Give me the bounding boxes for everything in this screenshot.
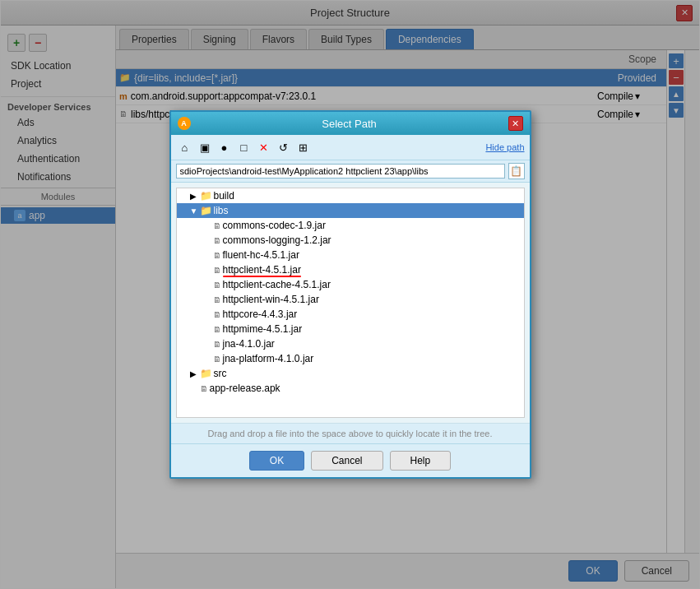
- expand-icon-build: ▶: [190, 192, 198, 201]
- toolbar-desktop-button[interactable]: ▣: [196, 138, 214, 156]
- dialog-hint: Drag and drop a file into the space abov…: [171, 423, 530, 443]
- apk-icon-app-release: 🗎: [200, 384, 208, 393]
- tree-item-httpclient[interactable]: 🗎 httpclient-4.5.1.jar: [177, 262, 524, 277]
- select-path-dialog: A Select Path ✕ ⌂ ▣ ● □ ✕ ↺ ⊞ Hide path …: [169, 110, 531, 479]
- folder-icon-build: 📁: [200, 190, 212, 202]
- jar-icon-commons-logging: 🗎: [213, 236, 221, 245]
- folder-icon-libs: 📁: [200, 205, 212, 216]
- dialog-file-tree: ▶ 📁 build ▼ 📁 libs 🗎 commons-codec-1.9.j…: [176, 188, 525, 418]
- tree-item-fluent-hc[interactable]: 🗎 fluent-hc-4.5.1.jar: [177, 248, 524, 262]
- tree-label-httpcore: httpcore-4.4.3.jar: [223, 308, 298, 320]
- tree-item-app-release[interactable]: 🗎 app-release.apk: [177, 381, 524, 396]
- folder-icon-src: 📁: [200, 368, 212, 379]
- expand-icon-src: ▶: [190, 369, 198, 378]
- tree-item-libs[interactable]: ▼ 📁 libs: [177, 203, 524, 218]
- expand-icon-libs: ▼: [190, 206, 198, 216]
- toolbar-document-button[interactable]: ●: [216, 138, 234, 156]
- tree-item-commons-logging[interactable]: 🗎 commons-logging-1.2.jar: [177, 233, 524, 248]
- dialog-path-input[interactable]: [176, 164, 505, 179]
- tree-item-httpclient-cache[interactable]: 🗎 httpclient-cache-4.5.1.jar: [177, 277, 524, 292]
- tree-label-httpclient: httpclient-4.5.1.jar: [223, 264, 301, 276]
- jar-icon-jna: 🗎: [213, 340, 221, 349]
- dialog-close-button[interactable]: ✕: [508, 116, 523, 131]
- tree-label-commons-logging: commons-logging-1.2.jar: [223, 234, 331, 246]
- jar-icon-commons-codec: 🗎: [213, 221, 221, 230]
- dialog-cancel-button[interactable]: Cancel: [311, 451, 382, 471]
- toolbar-delete-button[interactable]: ✕: [255, 138, 273, 156]
- dialog-title-bar: A Select Path ✕: [171, 112, 530, 135]
- toolbar-newfolder-button[interactable]: □: [235, 138, 253, 156]
- tree-item-httpmime[interactable]: 🗎 httpmime-4.5.1.jar: [177, 322, 524, 336]
- dialog-path-copy-button[interactable]: 📋: [508, 163, 525, 179]
- tree-label-app-release: app-release.apk: [210, 383, 280, 394]
- hide-path-link[interactable]: Hide path: [485, 142, 524, 152]
- jar-icon-httpclient-cache: 🗎: [213, 281, 221, 290]
- dialog-bottom-bar: OK Cancel Help: [171, 443, 530, 477]
- jar-icon-jna-platform: 🗎: [213, 355, 221, 364]
- tree-item-jna[interactable]: 🗎 jna-4.1.0.jar: [177, 336, 524, 351]
- tree-label-commons-codec: commons-codec-1.9.jar: [223, 220, 326, 231]
- jar-icon-httpclient-win: 🗎: [213, 295, 221, 304]
- main-window: Project Structure ✕ + − SDK Location Pro…: [0, 0, 700, 589]
- tree-label-httpclient-win: httpclient-win-4.5.1.jar: [223, 294, 319, 305]
- toolbar-home-button[interactable]: ⌂: [176, 138, 194, 156]
- dialog-title: Select Path: [191, 118, 508, 130]
- tree-item-build[interactable]: ▶ 📁 build: [177, 188, 524, 203]
- jar-icon-fluent-hc: 🗎: [213, 251, 221, 260]
- dialog-help-button[interactable]: Help: [390, 451, 452, 471]
- tree-item-httpclient-win[interactable]: 🗎 httpclient-win-4.5.1.jar: [177, 292, 524, 307]
- jar-icon-httpclient: 🗎: [213, 266, 221, 275]
- tree-item-src[interactable]: ▶ 📁 src: [177, 366, 524, 381]
- tree-item-httpcore[interactable]: 🗎 httpcore-4.4.3.jar: [177, 307, 524, 322]
- modal-overlay: A Select Path ✕ ⌂ ▣ ● □ ✕ ↺ ⊞ Hide path …: [1, 1, 699, 588]
- tree-label-jna: jna-4.1.0.jar: [223, 338, 275, 350]
- dialog-ok-button[interactable]: OK: [249, 451, 304, 471]
- toolbar-expand-button[interactable]: ⊞: [294, 138, 313, 156]
- dialog-path-bar: 📋: [171, 160, 530, 183]
- toolbar-refresh-button[interactable]: ↺: [275, 138, 293, 156]
- jar-icon-httpcore: 🗎: [213, 310, 221, 319]
- tree-label-jna-platform: jna-platform-4.1.0.jar: [223, 353, 314, 364]
- tree-label-src: src: [214, 368, 227, 379]
- tree-label-libs: libs: [214, 205, 229, 216]
- dialog-title-icon: A: [178, 117, 191, 130]
- tree-label-httpmime: httpmime-4.5.1.jar: [223, 323, 303, 335]
- tree-item-jna-platform[interactable]: 🗎 jna-platform-4.1.0.jar: [177, 351, 524, 366]
- tree-label-httpclient-cache: httpclient-cache-4.5.1.jar: [223, 279, 331, 290]
- tree-label-fluent-hc: fluent-hc-4.5.1.jar: [223, 249, 299, 261]
- tree-label-build: build: [214, 190, 234, 202]
- jar-icon-httpmime: 🗎: [213, 325, 221, 334]
- dialog-toolbar: ⌂ ▣ ● □ ✕ ↺ ⊞ Hide path: [171, 135, 530, 160]
- tree-item-commons-codec[interactable]: 🗎 commons-codec-1.9.jar: [177, 218, 524, 233]
